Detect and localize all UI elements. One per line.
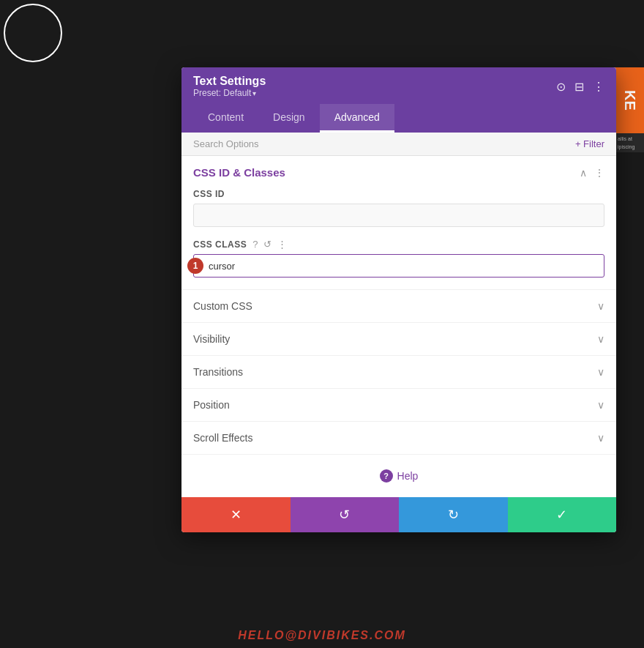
tab-design[interactable]: Design: [258, 104, 320, 133]
section-more-icon[interactable]: ⋮: [594, 167, 604, 179]
more-icon[interactable]: ⋮: [593, 80, 604, 94]
visibility-title: Visibility: [193, 333, 230, 345]
bg-circle: [4, 4, 62, 62]
css-class-field: CSS Class ? ↺ ⋮ 1: [181, 239, 616, 289]
help-icon-small[interactable]: ?: [252, 239, 258, 250]
help-circle-icon: ?: [380, 469, 393, 483]
transitions-header[interactable]: Transitions ∨: [181, 356, 616, 388]
css-id-label: CSS ID: [193, 189, 604, 199]
modal-title: Text Settings: [193, 75, 266, 88]
chevron-down-icon: ∨: [597, 432, 604, 444]
help-section[interactable]: ? Help: [181, 455, 616, 497]
position-header[interactable]: Position ∨: [181, 389, 616, 421]
filter-button[interactable]: + Filter: [575, 138, 604, 149]
field-badge: 1: [187, 258, 203, 274]
position-title: Position: [193, 399, 230, 411]
collapse-icon[interactable]: ∧: [580, 167, 587, 179]
modal-footer: ✕ ↺ ↻ ✓: [181, 497, 616, 532]
custom-css-section: Custom CSS ∨: [181, 290, 616, 323]
modal-header: Text Settings Preset: Default▾ ⊙ ⊟ ⋮ Con…: [181, 67, 616, 133]
custom-css-title: Custom CSS: [193, 300, 252, 312]
scroll-effects-section: Scroll Effects ∨: [181, 422, 616, 455]
tab-advanced[interactable]: Advanced: [320, 104, 394, 133]
css-section-title: CSS ID & Classes: [193, 166, 285, 179]
css-section-header: CSS ID & Classes ∧ ⋮: [181, 156, 616, 189]
modal-preset[interactable]: Preset: Default▾: [193, 88, 266, 98]
footer-email: HELLO@DIVIBIKES.COM: [232, 623, 412, 648]
redo-button[interactable]: ↻: [399, 497, 508, 532]
position-section: Position ∨: [181, 389, 616, 422]
chevron-down-icon: ∨: [597, 399, 604, 411]
scroll-effects-header[interactable]: Scroll Effects ∨: [181, 422, 616, 454]
bg-orange-bar: KE: [615, 67, 644, 133]
help-label: Help: [397, 470, 419, 482]
columns-icon[interactable]: ⊟: [574, 80, 584, 94]
css-class-input[interactable]: [193, 254, 604, 278]
undo-button[interactable]: ↺: [291, 497, 400, 532]
visibility-section: Visibility ∨: [181, 323, 616, 356]
search-input[interactable]: Search Options: [193, 138, 575, 149]
chevron-down-icon: ∨: [597, 300, 604, 312]
chevron-down-icon: ∨: [597, 366, 604, 378]
search-bar: Search Options + Filter: [181, 133, 616, 156]
target-icon[interactable]: ⊙: [556, 80, 566, 94]
css-section: CSS ID & Classes ∧ ⋮ CSS ID CSS Class ? …: [181, 156, 616, 290]
tab-content[interactable]: Content: [193, 104, 258, 133]
visibility-header[interactable]: Visibility ∨: [181, 323, 616, 355]
chevron-down-icon: ∨: [597, 333, 604, 345]
save-button[interactable]: ✓: [508, 497, 617, 532]
bg-right-text: allis at ipiscing: [615, 133, 644, 152]
cancel-button[interactable]: ✕: [181, 497, 291, 532]
more-class-icon[interactable]: ⋮: [277, 239, 287, 250]
css-class-label: CSS Class: [193, 239, 247, 250]
bg-orange-text: KE: [621, 90, 638, 111]
scroll-effects-title: Scroll Effects: [193, 432, 252, 444]
reset-icon[interactable]: ↺: [263, 239, 272, 250]
css-id-field: CSS ID: [181, 189, 616, 239]
tab-bar: Content Design Advanced: [193, 104, 604, 133]
transitions-title: Transitions: [193, 366, 243, 378]
custom-css-header[interactable]: Custom CSS ∨: [181, 290, 616, 322]
modal-body: CSS ID & Classes ∧ ⋮ CSS ID CSS Class ? …: [181, 156, 616, 497]
transitions-section: Transitions ∨: [181, 356, 616, 389]
css-id-input[interactable]: [193, 204, 604, 227]
text-settings-modal: Text Settings Preset: Default▾ ⊙ ⊟ ⋮ Con…: [181, 67, 616, 532]
